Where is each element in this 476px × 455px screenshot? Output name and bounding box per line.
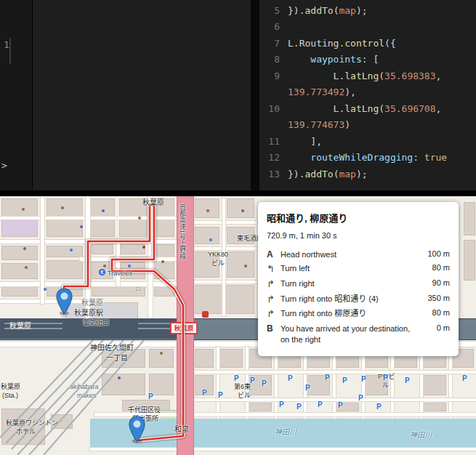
code-editor[interactable]: 5}).addTo(map);67L.Routing.control({8 wa… — [259, 0, 476, 190]
parking-icon: P — [297, 403, 302, 411]
code-line: 6 — [259, 19, 476, 36]
code-text: ], — [288, 136, 322, 147]
instruction-text: Turn right onto 柳原通り — [281, 308, 419, 319]
line-number: 12 — [259, 152, 288, 163]
parking-icon: P — [358, 395, 363, 402]
code-text: L.latLng(35.696708, — [288, 103, 441, 114]
poi-icon — [25, 266, 28, 269]
instruction-distance: 80 m — [419, 308, 450, 317]
parking-icon: P — [318, 401, 323, 408]
turn-icon: ↱ — [267, 308, 281, 320]
code-text: 139.773492), — [288, 86, 356, 97]
instruction-distance: 100 m — [419, 249, 450, 258]
poi-icon — [128, 265, 131, 267]
end-marker[interactable] — [128, 416, 146, 443]
map-label: 秋葉原 — [81, 299, 103, 307]
poi-icon — [61, 206, 64, 209]
poi-icon — [118, 377, 121, 379]
parking-icon: P — [250, 377, 255, 384]
line-number: 9 — [259, 71, 288, 81]
route-instruction-row[interactable]: ↱Turn right onto 柳原通り80 m — [267, 307, 450, 322]
code-line: 10 L.latLng(35.696708, — [259, 100, 476, 117]
code-line: 139.773492), — [259, 84, 476, 101]
editor-pane-left[interactable]: 1 > — [0, 0, 33, 190]
map-label: makes — [77, 392, 97, 399]
fire-station-icon — [202, 311, 209, 318]
map-label: ホテル — [16, 429, 36, 435]
line-number: 8 — [259, 54, 288, 65]
parking-icon: P — [279, 401, 284, 408]
poi-icon — [138, 217, 141, 220]
poi-icon — [209, 238, 212, 241]
parking-icon: P — [462, 375, 467, 382]
line-number: 13 — [259, 169, 288, 180]
route-summary: 720.9 m, 1 min 30 s — [267, 231, 450, 240]
poi-icon — [22, 208, 25, 211]
map-label: 秋葉原 — [142, 199, 164, 206]
map-label: 電気街口 — [83, 320, 109, 326]
map-label: akihabara — [70, 384, 99, 390]
route-instruction-row[interactable]: BYou have arrived at your destination, o… — [267, 321, 450, 347]
poi-icon — [44, 288, 47, 291]
route-instruction-row[interactable]: ↱Turn right onto 昭和通り (4)350 m — [267, 291, 450, 307]
parking-icon: P — [338, 402, 343, 409]
route-instruction-row[interactable]: ↱Turn right90 m — [267, 276, 450, 291]
line-number: 1 — [4, 39, 9, 50]
code-line: 13}).addTo(map); — [259, 166, 476, 182]
editor-pane-middle[interactable] — [33, 0, 251, 190]
instruction-distance: 0 m — [419, 323, 450, 332]
routing-panel: 昭和通り, 柳原通り 720.9 m, 1 min 30 s AHead nor… — [258, 202, 459, 356]
parking-icon: P — [202, 390, 207, 397]
map-label: 首都高速1号上野線 — [179, 204, 185, 259]
route-instruction-row[interactable]: ↰Turn left80 m — [267, 262, 450, 277]
map-label: YKK80 — [208, 251, 228, 258]
poi-icon — [23, 247, 26, 250]
map-label: ビル — [211, 260, 225, 267]
poi-icon — [70, 249, 73, 251]
code-line: 7L.Routing.control({ — [259, 35, 476, 52]
map[interactable]: 秋葉原 秋葉原 秋葉原東毛酒店YKK80ビルTravelex11秋葉原秋葉原駅電… — [0, 196, 476, 455]
line-number: 6 — [259, 21, 288, 32]
instruction-distance: 80 m — [419, 263, 450, 272]
parking-icon: P — [288, 375, 293, 382]
start-marker[interactable] — [55, 288, 73, 315]
parking-icon: P — [361, 376, 366, 383]
parking-icon: P — [342, 377, 347, 384]
line-number: 11 — [259, 136, 288, 147]
app-window: 1 > 5}).addTo(map);67L.Routing.control({… — [0, 0, 476, 455]
turn-icon: ↱ — [267, 278, 281, 290]
poi-icon — [80, 225, 83, 228]
instruction-text: Turn right — [281, 278, 419, 289]
window-divider — [0, 190, 476, 196]
code-editor-region: 1 > 5}).addTo(map);67L.Routing.control({… — [0, 0, 476, 190]
poi-icon — [142, 246, 145, 249]
map-label: 秋葉原駅 — [74, 310, 103, 317]
map-label: ル — [382, 382, 389, 389]
poi-icon — [241, 209, 244, 212]
poi-icon — [103, 265, 106, 267]
code-line: 5}).addTo(map); — [259, 2, 476, 19]
poi-icon — [206, 209, 209, 212]
map-label: 秋葉原ワシントン — [6, 420, 58, 427]
waypoint-letter-icon: A — [267, 249, 281, 259]
poi-icon — [160, 352, 163, 355]
map-label: (Sta.) — [2, 392, 18, 399]
map-label: 秋葉原 — [1, 384, 20, 390]
parking-icon: P — [376, 403, 382, 411]
code-text: }).addTo(map); — [288, 169, 368, 180]
instruction-text: Turn right onto 昭和通り (4) — [281, 294, 419, 305]
scrollbar-thumb[interactable] — [9, 38, 11, 64]
poi-icon — [102, 209, 105, 212]
currency-exchange-icon: € — [99, 269, 105, 275]
parking-icon: P — [325, 374, 330, 382]
parking-icon: P — [218, 392, 223, 399]
instruction-distance: 350 m — [419, 294, 450, 302]
map-label: 神田川 — [410, 432, 432, 439]
instruction-text: Turn left — [281, 263, 419, 274]
parking-icon: P — [262, 380, 267, 387]
map-label: ビル — [238, 392, 251, 399]
instruction-text: Head northwest — [281, 249, 419, 260]
code-text: }).addTo(map); — [288, 5, 368, 16]
route-instruction-row[interactable]: AHead northwest100 m — [267, 247, 450, 262]
map-label: 神田川 — [275, 429, 297, 436]
